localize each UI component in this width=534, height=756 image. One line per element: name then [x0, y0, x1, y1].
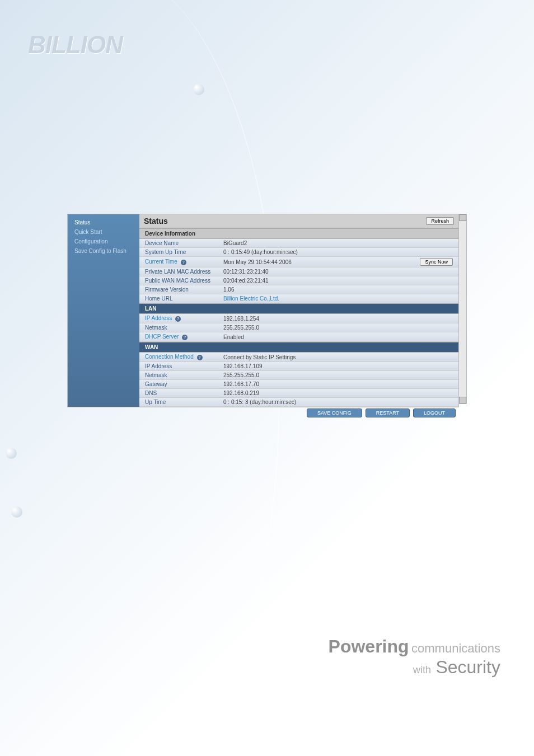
row-firmware: Firmware Version 1.06: [139, 285, 458, 294]
label-wan-gateway: Gateway: [145, 381, 223, 387]
value-wan-gateway: 192.168.17.70: [223, 381, 453, 387]
row-wan-gateway: Gateway 192.168.17.70: [139, 380, 458, 389]
value-wan-ip: 192.168.17.109: [223, 363, 453, 369]
row-device-name: Device Name BiGuard2: [139, 239, 458, 248]
section-lan: LAN: [139, 303, 458, 314]
row-lan-ip: IP Address ? 192.168.1.254: [139, 314, 458, 323]
tagline-powering: Powering: [329, 636, 409, 656]
scrollbar[interactable]: [458, 214, 467, 404]
home-url-link[interactable]: Billion Electric Co.,Ltd.: [223, 295, 279, 302]
brand-logo: BILLION: [28, 31, 123, 59]
scroll-down-icon[interactable]: [459, 397, 466, 403]
row-public-mac: Public WAN MAC Address 00:04:ed:23:21:41: [139, 276, 458, 285]
row-uptime: System Up Time 0 : 0:15:49 (day:hour:min…: [139, 248, 458, 257]
value-lan-netmask: 255.255.255.0: [223, 325, 453, 331]
help-icon[interactable]: ?: [182, 335, 188, 340]
sidebar-item-configuration[interactable]: Configuration: [68, 237, 139, 246]
row-wan-dns: DNS 192.168.0.219: [139, 389, 458, 398]
value-home-url: Billion Electric Co.,Ltd.: [223, 295, 453, 302]
row-wan-uptime: Up Time 0 : 0:15: 3 (day:hour:min:sec): [139, 398, 458, 407]
value-lan-dhcp: Enabled: [223, 334, 453, 340]
label-public-mac: Public WAN MAC Address: [145, 278, 223, 284]
value-wan-netmask: 255.255.255.0: [223, 372, 453, 378]
value-wan-uptime: 0 : 0:15: 3 (day:hour:min:sec): [223, 399, 453, 405]
tagline-comm: communications: [411, 641, 500, 655]
label-wan-netmask: Netmask: [145, 372, 223, 378]
row-home-url: Home URL Billion Electric Co.,Ltd.: [139, 294, 458, 303]
tagline-with: with: [413, 664, 431, 675]
value-wan-conn: Connect by Static IP Settings: [223, 354, 453, 360]
row-wan-netmask: Netmask 255.255.255.0: [139, 371, 458, 380]
admin-panel: Status Quick Start Configuration Save Co…: [67, 214, 459, 407]
logout-button[interactable]: LOGOUT: [413, 408, 456, 417]
label-private-mac: Private LAN MAC Address: [145, 269, 223, 275]
section-device-info: Device Information: [139, 228, 458, 239]
value-device-name: BiGuard2: [223, 240, 453, 246]
value-private-mac: 00:12:31:23:21:40: [223, 269, 453, 275]
row-lan-dhcp: DHCP Server ? Enabled: [139, 332, 458, 342]
label-firmware: Firmware Version: [145, 287, 223, 293]
bottom-bar: SAVE CONFIG RESTART LOGOUT: [67, 407, 459, 419]
label-home-url: Home URL: [145, 295, 223, 302]
row-wan-conn: Connection Method ? Connect by Static IP…: [139, 353, 458, 362]
label-lan-ip[interactable]: IP Address ?: [145, 315, 223, 322]
sidebar-item-save-config[interactable]: Save Config to Flash: [68, 246, 139, 256]
tagline: Powering communications with Security: [329, 636, 500, 678]
label-lan-netmask: Netmask: [145, 325, 223, 331]
row-private-mac: Private LAN MAC Address 00:12:31:23:21:4…: [139, 267, 458, 276]
restart-button[interactable]: RESTART: [366, 408, 410, 417]
label-uptime: System Up Time: [145, 249, 223, 255]
sidebar-nav: Status Quick Start Configuration Save Co…: [68, 214, 139, 407]
label-current-time[interactable]: Current Time ?: [145, 259, 223, 265]
value-wan-dns: 192.168.0.219: [223, 390, 453, 396]
label-wan-dns: DNS: [145, 390, 223, 396]
save-config-button[interactable]: SAVE CONFIG: [307, 408, 362, 417]
label-wan-uptime: Up Time: [145, 399, 223, 405]
value-lan-ip: 192.168.1.254: [223, 316, 453, 322]
help-icon[interactable]: ?: [197, 355, 203, 360]
section-wan: WAN: [139, 342, 458, 353]
content-header: Status Refresh: [139, 214, 458, 228]
value-uptime: 0 : 0:15:49 (day:hour:min:sec): [223, 249, 453, 255]
scroll-thumb[interactable]: [459, 214, 466, 221]
tagline-security: Security: [435, 657, 500, 677]
value-current-time: Mon May 29 10:54:44 2006: [223, 259, 415, 265]
label-lan-dhcp[interactable]: DHCP Server ?: [145, 334, 223, 340]
sync-now-button[interactable]: Sync Now: [420, 258, 453, 266]
value-firmware: 1.06: [223, 287, 453, 293]
value-public-mac: 00:04:ed:23:21:41: [223, 278, 453, 284]
row-current-time: Current Time ? Mon May 29 10:54:44 2006 …: [139, 257, 458, 267]
page-title: Status: [144, 217, 168, 226]
content-pane: Status Refresh Device Information Device…: [139, 214, 458, 407]
refresh-button[interactable]: Refresh: [426, 217, 454, 225]
help-icon[interactable]: ?: [175, 316, 181, 322]
sidebar-item-quickstart[interactable]: Quick Start: [68, 227, 139, 237]
row-wan-ip: IP Address 192.168.17.109: [139, 362, 458, 371]
label-wan-ip: IP Address: [145, 363, 223, 369]
sidebar-item-status[interactable]: Status: [68, 218, 139, 227]
label-device-name: Device Name: [145, 240, 223, 246]
help-icon[interactable]: ?: [181, 260, 186, 265]
label-wan-conn[interactable]: Connection Method ?: [145, 354, 223, 360]
row-lan-netmask: Netmask 255.255.255.0: [139, 323, 458, 332]
